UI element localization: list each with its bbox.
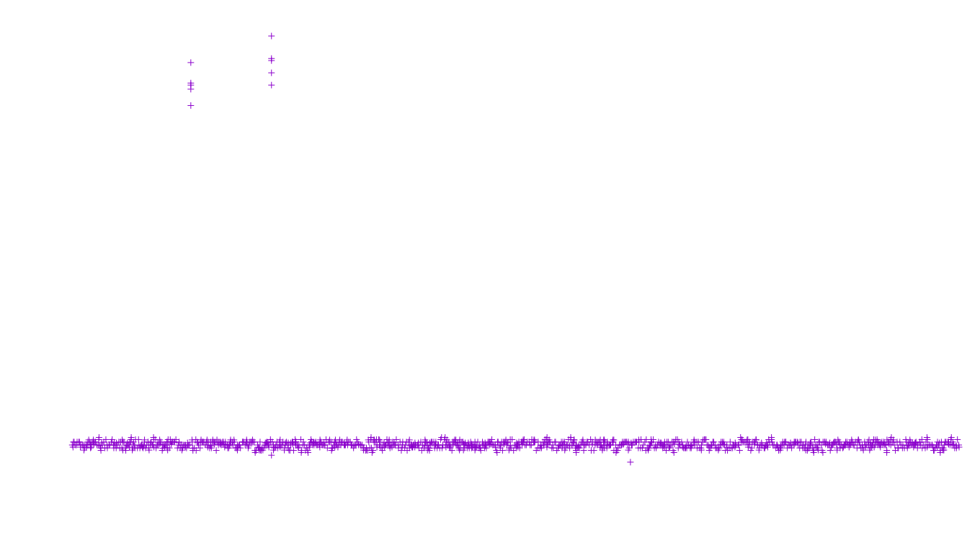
scatter-point [653,445,659,451]
scatter-point [268,70,275,76]
scatter-point [187,59,194,66]
scatter-point [552,439,558,445]
scatter-point [627,459,633,465]
scatter-point [87,445,94,451]
scatter-plot [0,0,980,553]
scatter-points [69,33,963,466]
scatter-point [896,439,903,445]
scatter-point [727,439,734,445]
scatter-point [268,82,275,89]
scatter-point [187,102,194,109]
scatter-point [283,439,290,445]
scatter-point [684,439,690,445]
scatter-point [736,447,743,454]
scatter-point [591,447,597,454]
scatter-point [268,33,275,40]
